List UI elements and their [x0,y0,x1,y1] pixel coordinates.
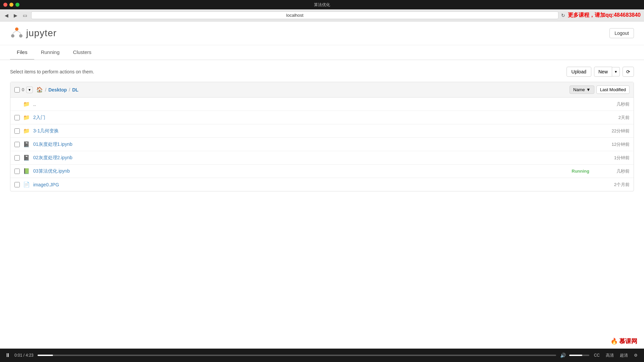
notebook-icon: 📓 [23,141,30,147]
list-item: 📄 image0.JPG 2个月前 [10,178,634,191]
titlebar: 算法优化 [0,0,644,9]
list-item: 📁 2入门 2天前 [10,111,634,124]
tabs-container: Files Running Clusters [0,45,644,60]
file-time: 12分钟前 [596,141,630,147]
toolbar-help-text: Select items to perform actions on them. [10,69,94,74]
maximize-button[interactable] [15,3,19,7]
address-bar[interactable]: localhost [31,11,558,19]
main-content: jupyter Logout Files Running Clusters Se… [0,21,644,343]
logo-text: jupyter [26,28,57,39]
toolbar: Select items to perform actions on them.… [10,67,634,77]
sort-controls: Name ▼ Last Modified [570,85,630,94]
reload-button[interactable]: ↻ [561,13,565,18]
promotion-text: 更多课程，请加qq:484683840 [568,12,641,19]
watermark: 🔥 慕课网 [610,337,637,343]
flame-icon: 🔥 [610,338,618,343]
logout-button[interactable]: Logout [609,28,634,38]
window-title: 算法优化 [314,2,330,8]
folder-icon: 📁 [23,101,30,107]
svg-point-2 [19,34,22,38]
breadcrumb-sep-2: / [69,87,70,93]
file-list-header: 0 ▾ 🏠 / Desktop / DL Name ▼ Last Modifie… [10,82,634,98]
back-button[interactable]: ◀ [3,12,10,19]
list-item: 📓 01灰度处理1.ipynb 12分钟前 [10,138,634,151]
tabs: Files Running Clusters [10,45,634,60]
running-status: Running [572,169,589,174]
breadcrumb-sep-1: / [45,87,46,93]
breadcrumb-current: DL [72,87,78,93]
svg-point-1 [11,34,14,38]
new-dropdown-button[interactable]: ▾ [612,67,620,76]
file-time: 几秒前 [596,101,630,107]
select-all-checkbox[interactable] [14,87,20,93]
svg-point-0 [15,27,18,31]
tab-clusters[interactable]: Clusters [66,45,98,60]
breadcrumb: 🏠 / Desktop / DL [36,86,566,93]
tab-running[interactable]: Running [34,45,66,60]
sort-by-modified-button[interactable]: Last Modified [596,85,630,94]
new-button[interactable]: New [594,67,612,77]
forward-button[interactable]: ▶ [12,12,19,19]
list-item: 📁 .. 几秒前 [10,98,634,111]
file-time: 几秒前 [596,168,630,174]
browser-chrome: ◀ ▶ ▭ localhost ↻ 更多课程，请加qq:484683840 [0,9,644,21]
file-name[interactable]: 01灰度处理1.ipynb [33,141,593,147]
item-checkbox[interactable] [14,115,20,120]
file-icon: 📄 [23,181,30,188]
jupyter-header: jupyter Logout [0,21,644,45]
jupyter-logo-icon [10,26,23,40]
sidebar-toggle[interactable]: ▭ [21,12,29,19]
upload-button[interactable]: Upload [567,67,591,77]
dropdown-toggle[interactable]: ▾ [26,86,33,93]
list-item: 📁 3-1几何变换 22分钟前 [10,124,634,138]
file-browser: Select items to perform actions on them.… [0,60,644,198]
home-icon[interactable]: 🏠 [36,86,43,93]
sort-by-name-button[interactable]: Name ▼ [570,85,594,94]
file-name[interactable]: .. [33,102,593,107]
file-name[interactable]: 02灰度处理2.ipynb [33,155,593,161]
folder-icon: 📁 [23,114,30,121]
minimize-button[interactable] [9,3,13,7]
new-button-group: New ▾ [594,67,620,77]
watermark-text: 慕课网 [619,337,637,343]
item-count: 0 [22,87,24,92]
file-name[interactable]: image0.JPG [33,182,593,187]
file-time: 2个月前 [596,182,630,188]
notebook-icon: 📓 [23,155,30,161]
file-name[interactable]: 2入门 [33,115,593,121]
item-checkbox[interactable] [14,142,20,147]
list-item: 📓 02灰度处理2.ipynb 1分钟前 [10,151,634,165]
file-time: 1分钟前 [596,155,630,161]
close-button[interactable] [3,3,7,7]
toolbar-actions: Upload New ▾ ⟳ [567,67,634,77]
select-all-area: 0 ▾ [14,86,33,93]
item-checkbox[interactable] [14,128,20,134]
list-item: 📗 03算法优化.ipynb Running 几秒前 [10,165,634,178]
folder-icon: 📁 [23,128,30,134]
file-name[interactable]: 3-1几何变换 [33,128,593,134]
file-time: 22分钟前 [596,128,630,134]
breadcrumb-desktop[interactable]: Desktop [48,87,67,93]
jupyter-logo: jupyter [10,26,57,40]
item-checkbox[interactable] [14,182,20,187]
notebook-running-icon: 📗 [23,168,30,174]
file-name[interactable]: 03算法优化.ipynb [33,168,568,174]
item-checkbox[interactable] [14,155,20,161]
tab-files[interactable]: Files [10,45,34,60]
file-list-container: 0 ▾ 🏠 / Desktop / DL Name ▼ Last Modifie… [10,82,634,191]
file-time: 2天前 [596,115,630,121]
item-checkbox[interactable] [14,169,20,174]
refresh-button[interactable]: ⟳ [623,67,634,77]
window-controls [3,3,19,7]
